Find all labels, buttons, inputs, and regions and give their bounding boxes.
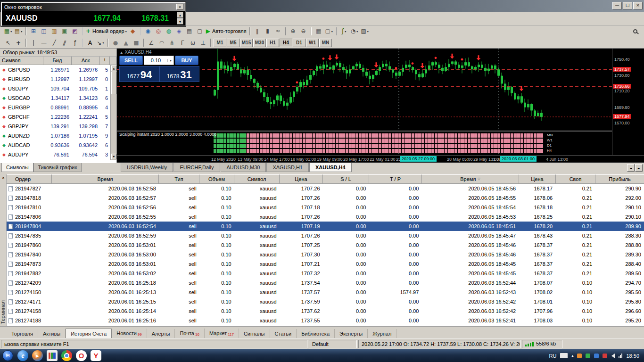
terminal-tab-новости[interactable]: Новости99 bbox=[112, 329, 147, 338]
trendline-tool[interactable]: ╱ bbox=[49, 38, 59, 48]
history-col-7-t-p[interactable]: T / P bbox=[369, 174, 422, 184]
market-watch-row-eurgbp[interactable]: ◆EURGBP0.889910.889954 bbox=[0, 103, 110, 112]
print-preview-button[interactable]: ▢ bbox=[195, 26, 205, 36]
arrange-windows-button[interactable]: ▢▾ bbox=[324, 26, 334, 36]
history-row-281947818[interactable]: 2819478182020.06.03 16:52:57sell0.10xauu… bbox=[7, 193, 644, 203]
volume-icon[interactable] bbox=[609, 354, 615, 358]
market-watch-toggle[interactable]: ⊞ bbox=[28, 26, 39, 36]
search-icon[interactable] bbox=[633, 29, 637, 33]
metaeditor-button[interactable]: ◆ bbox=[128, 26, 138, 36]
candles-chart-button[interactable]: ▮ bbox=[263, 26, 273, 36]
quotes-window-close-icon[interactable]: × bbox=[176, 4, 183, 10]
triangle-tool[interactable]: ▲ bbox=[121, 38, 131, 48]
terminal-tab-алерты[interactable]: Алерты bbox=[147, 329, 175, 338]
market-watch-row-gbpusd[interactable]: ◆GBPUSD1.269711.269765 bbox=[0, 65, 110, 74]
vps-icon[interactable]: ◈ bbox=[174, 26, 184, 36]
timeframe-w1[interactable]: W1 bbox=[306, 39, 319, 47]
tray-app-icon-4[interactable] bbox=[603, 354, 607, 358]
market-watch-row-usdjpy[interactable]: ◆USDJPY109.704109.7051 bbox=[0, 84, 110, 93]
market-watch-row-gbpjpy[interactable]: ◆GBPJPY139.291139.2987 bbox=[0, 122, 110, 131]
market-watch-row-audcad[interactable]: ◆AUDCAD0.936360.936426 bbox=[0, 140, 110, 150]
buy-button[interactable]: BUY bbox=[175, 56, 198, 65]
navigator-toggle[interactable]: ▥ bbox=[49, 26, 59, 36]
horizontal-line-tool[interactable]: — bbox=[39, 38, 49, 48]
spin-up-icon[interactable]: ▲ bbox=[177, 12, 183, 18]
market-watch-row-audnzd[interactable]: ◆AUDNZD1.071861.071959 bbox=[0, 131, 110, 140]
history-row-281274209[interactable]: 2812742092020.06.01 16:25:18sell0.10xauu… bbox=[7, 278, 644, 288]
zoom-in-button[interactable]: ⊕ bbox=[288, 26, 298, 36]
clock[interactable]: 18:50 bbox=[626, 353, 639, 359]
history-row-281274150[interactable]: 2812741502020.06.01 16:25:13sell0.10xauu… bbox=[7, 288, 644, 297]
close-button[interactable]: × bbox=[633, 2, 643, 9]
tray-app-icon-3[interactable] bbox=[594, 354, 599, 358]
terminal-toggle[interactable]: ▣ bbox=[59, 26, 70, 36]
tray-app-icon-2[interactable] bbox=[586, 354, 590, 358]
bars-chart-button[interactable]: ∥ bbox=[252, 26, 263, 36]
terminal-tab-библиотека[interactable]: Библиотека bbox=[297, 329, 335, 338]
terminal-close-icon[interactable]: × bbox=[0, 175, 6, 181]
market-watch-col-символ[interactable]: Символ bbox=[0, 57, 43, 65]
dropdown-icon[interactable]: ▾ bbox=[367, 30, 369, 33]
history-col-11-прибыль[interactable]: Прибыль bbox=[595, 174, 644, 184]
crosshair-tool[interactable]: + bbox=[13, 38, 24, 48]
chart-tab-usdrub-weekly[interactable]: USDRUB,Weekly bbox=[121, 163, 173, 172]
history-row-281947827[interactable]: 2819478272020.06.03 16:52:58sell0.10xauu… bbox=[7, 184, 644, 193]
language-indicator[interactable]: RU bbox=[549, 353, 557, 359]
elliott-tool[interactable]: ω bbox=[188, 38, 198, 48]
vertical-line-tool[interactable]: | bbox=[28, 38, 39, 48]
history-col-5-цена[interactable]: Цена bbox=[280, 174, 323, 184]
grid-button[interactable]: ▦ bbox=[314, 26, 324, 36]
autotrading-button[interactable]: ▶Авто-торговля bbox=[205, 26, 248, 36]
market-watch-row-audjpy[interactable]: ◆AUDJPY76.59176.5943 bbox=[0, 150, 110, 159]
terminal-tab-журнал[interactable]: Журнал bbox=[368, 329, 396, 338]
gann-tool[interactable]: Γ bbox=[177, 38, 188, 48]
mt4-icon[interactable] bbox=[47, 350, 58, 361]
collapse-icon[interactable]: ▲ bbox=[120, 51, 123, 55]
market-watch-row-gbpchf[interactable]: ◆GBPCHF1.222361.222415 bbox=[0, 112, 110, 122]
timeframe-h4[interactable]: H4 bbox=[280, 39, 292, 47]
dropdown-icon[interactable]: ▾ bbox=[103, 41, 104, 44]
chrome-icon[interactable] bbox=[61, 350, 72, 361]
terminal-tab-история-счета[interactable]: История Счета bbox=[66, 329, 112, 338]
new-order-button[interactable]: +Новый ордер▾ bbox=[85, 26, 128, 36]
history-row-281947810[interactable]: 2819478102020.06.03 16:52:56sell0.10xauu… bbox=[7, 203, 644, 212]
keyboard-layout-icon[interactable] bbox=[560, 353, 568, 358]
history-col-10-своп[interactable]: Своп bbox=[556, 174, 595, 184]
timeframe-d1[interactable]: D1 bbox=[293, 39, 305, 47]
status-connection[interactable]: 558/6 kb bbox=[522, 340, 562, 348]
history-row-281274171[interactable]: 2812741712020.06.01 16:25:15sell0.10xauu… bbox=[7, 297, 644, 306]
volume-input[interactable]: 0.10 ▾ bbox=[144, 56, 174, 65]
history-row-281274158[interactable]: 2812741582020.06.01 16:25:14sell0.10xauu… bbox=[7, 306, 644, 316]
timeframe-m5[interactable]: M5 bbox=[227, 39, 239, 47]
channel-tool[interactable]: ∥ bbox=[59, 38, 70, 48]
signals-icon[interactable]: ◍ bbox=[164, 26, 174, 36]
market-watch-col-[interactable]: ! bbox=[100, 57, 110, 65]
sort-icon[interactable]: ▽ bbox=[478, 177, 480, 181]
new-chart-button[interactable]: ▦▾ bbox=[3, 26, 13, 36]
dropdown-icon[interactable]: ▾ bbox=[345, 30, 346, 33]
chart-tab-eurchf-daily[interactable]: EURCHF,Daily bbox=[173, 163, 220, 172]
data-window-toggle[interactable]: ◫ bbox=[39, 26, 49, 36]
ellipse-tool[interactable]: ● bbox=[110, 38, 121, 48]
history-row-281947873[interactable]: 2819478732020.06.03 16:53:01sell0.10xauu… bbox=[7, 259, 644, 269]
history-row-281274188[interactable]: 2812741882020.06.01 16:25:16sell0.10xauu… bbox=[7, 316, 644, 325]
arrows-tool[interactable]: ↘▾ bbox=[95, 38, 106, 48]
market-watch-col-аск[interactable]: Аск bbox=[72, 57, 100, 65]
terminal-tab-сигналы[interactable]: Сигналы bbox=[239, 329, 270, 338]
opera-icon[interactable]: O bbox=[76, 350, 87, 361]
templates-button[interactable]: ▧▾ bbox=[360, 26, 370, 36]
history-row-281947882[interactable]: 2819478822020.06.03 16:53:02sell0.10xauu… bbox=[7, 269, 644, 278]
scroll-down-icon[interactable]: ▼ bbox=[111, 154, 116, 159]
cursor-tool[interactable]: ↖ bbox=[3, 38, 13, 48]
text-tool[interactable]: A bbox=[85, 38, 95, 48]
fibonacci-tool[interactable]: ƒ bbox=[70, 38, 80, 48]
market-watch-scrollbar[interactable]: ▲ ▼ bbox=[110, 65, 116, 160]
chart-pane[interactable]: ▲XAUUSD,H4 SELL 0.10 ▾ BUY 167794 bbox=[117, 49, 644, 163]
history-col-2-тип[interactable]: Тип bbox=[159, 174, 199, 184]
terminal-tab-эксперты[interactable]: Эксперты bbox=[335, 329, 368, 338]
history-col-9-цена[interactable]: Цена bbox=[519, 174, 556, 184]
market-watch-row-eurusd[interactable]: ◆EURUSD1.129971.129970 bbox=[0, 74, 110, 84]
start-button[interactable]: ⊞ bbox=[2, 350, 13, 361]
chart-tab-xauusd-h4[interactable]: XAUUSD,H4 bbox=[309, 163, 352, 172]
status-profile[interactable]: Default bbox=[309, 340, 357, 348]
